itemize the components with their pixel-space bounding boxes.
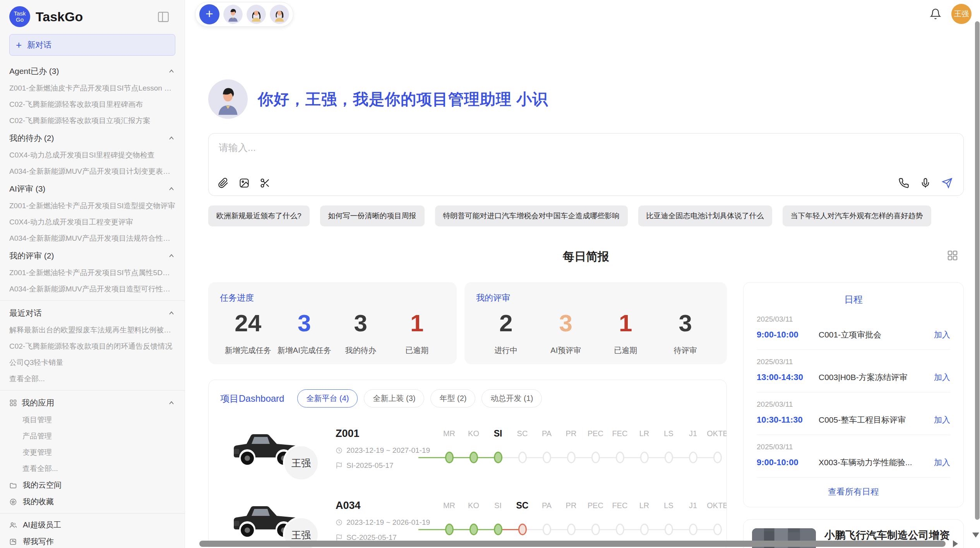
suggestion-chip[interactable]: 如何写一份清晰的项目周报 [320,206,425,226]
project-row-z001[interactable]: 王强 Z001 2023-12-19 ~ 2027-01-19 SI-2025-… [220,428,715,486]
new-chat-button[interactable]: + 新对话 [9,34,175,56]
metric: 3 新增AI完成任务 [276,309,333,356]
sidebar-task-item[interactable]: Z001-全新燃油轻卡产品开发项目SI节点属性5D文件评审 [9,265,175,281]
scroll-down-arrow[interactable] [972,533,979,538]
session-avatar-3[interactable] [270,5,289,24]
suggestion-chip[interactable]: 欧洲新规最近颁布了什么? [208,206,310,226]
apps-view-all[interactable]: 查看全部... [9,461,175,477]
recent-chat-item[interactable]: 公司Q3轻卡销量 [9,354,175,371]
attachment-icon[interactable] [218,178,229,188]
metric-label: 我的待办 [332,345,389,356]
notification-bell-icon[interactable] [930,8,941,20]
milestone-label: LR [639,500,649,511]
scroll-right-arrow[interactable] [953,540,958,547]
metric-value: 3 [536,309,596,337]
logo-text-bottom: Go [16,17,24,23]
metric-label: 已逾期 [596,345,656,356]
join-link[interactable]: 加入 [934,414,950,425]
view-all-schedule-link[interactable]: 查看所有日程 [757,486,950,498]
section-header-ai-review[interactable]: AI评审 (3) [9,180,175,198]
star-circle-icon [9,498,17,506]
sidebar-task-item[interactable]: A034-全新新能源MUV产品开发项目计划变更表编写 [9,163,175,180]
topbar-right: 王强 [930,4,971,24]
tab-new-platform[interactable]: 全新平台 (4) [297,389,358,408]
user-avatar[interactable]: 王强 [951,4,971,24]
event-time: 13:00-14:30 [757,372,819,382]
milestone-label: OKTB [707,428,727,439]
suggestion-chip[interactable]: 当下年轻人对汽车外观有怎样的喜好趋势 [783,206,931,226]
section-title: 我的评审 (2) [9,250,54,261]
sidebar-task-item[interactable]: C0X4-动力总成开发项目SI里程碑提交物检查 [9,147,175,163]
event-date: 2025/03/11 [757,443,950,451]
chevron-up-icon [168,399,175,407]
chevron-up-icon [168,134,175,142]
schedule-event: 2025/03/11 9:00-10:00 C001-立项审批会 加入 [757,307,950,350]
section-header-my-apps[interactable]: 我的应用 [9,394,175,412]
sidebar-task-item[interactable]: Z001-全新燃油轻卡产品开发项目SI造型提交物评审 [9,198,175,214]
metric-value: 3 [656,309,716,337]
recent-chat-item[interactable]: C02-飞腾新能源轻客改款项目的闭环通告反馈情况 [9,338,175,354]
app-item-product-mgmt[interactable]: 产品管理 [9,428,175,444]
event-time: 10:30-11:30 [757,415,819,425]
scissors-icon[interactable] [260,178,271,188]
layout-grid-icon[interactable] [947,250,958,261]
recent-view-all[interactable]: 查看全部... [9,371,175,387]
sidebar-task-item[interactable]: Z001-全新燃油皮卡产品开发项目SI节点Lesson Learn报告 [9,80,175,96]
recent-chat-item[interactable]: 解释最新出台的欧盟报废车法规再生塑料比例被调至15%... [9,322,175,338]
join-link[interactable]: 加入 [934,372,950,383]
section-header-my-review[interactable]: 我的评审 (2) [9,247,175,265]
sidebar-task-item[interactable]: A034-全新新能源MUV产品开发项目法规符合性评审 [9,230,175,247]
app-item-change-mgmt[interactable]: 变更管理 [9,444,175,461]
event-name: C005-整车工程目标评审 [819,414,929,425]
image-icon[interactable] [239,178,250,188]
sidebar-task-item[interactable]: A034-全新新能源MUV产品开发项目造型可行性评审 [9,281,175,297]
milestone-dot [567,524,576,535]
tab-model-year[interactable]: 年型 (2) [430,389,475,408]
tab-powertrain[interactable]: 动总开发 (1) [481,389,542,408]
milestone-label: J1 [689,428,697,439]
sidebar-item-cloud-space[interactable]: 我的云空间 [9,477,175,493]
app-item-project-mgmt[interactable]: 项目管理 [9,412,175,428]
send-icon[interactable] [942,178,953,188]
sidebar-item-favorites[interactable]: 我的收藏 [9,493,175,510]
project-flag: SI-2025-05-17 [346,461,393,470]
vertical-scrollbar-thumb[interactable] [975,21,980,520]
section-header-recent-chats[interactable]: 最近对话 [9,304,175,322]
milestone-label: PR [566,428,577,439]
section-header-my-todo[interactable]: 我的待办 (2) [9,129,175,147]
milestone-dot [713,452,722,463]
owner-badge: 王强 [283,445,319,481]
sidebar-item-ai-employee[interactable]: AI超级员工 [9,517,175,533]
chat-input[interactable] [219,142,953,153]
users-icon [9,521,17,529]
sidebar-task-item[interactable]: C0X4-动力总成开发项目工程变更评审 [9,214,175,230]
phone-icon[interactable] [898,178,909,188]
sidebar-task-item[interactable]: C02-飞腾新能源轻客改款项目立项汇报方案 [9,113,175,129]
milestone-label: PR [566,500,577,511]
sidebar-task-item[interactable]: C02-飞腾新能源轻客改款项目里程碑画布 [9,96,175,113]
milestone-dot [494,452,502,463]
sidebar-collapse-icon[interactable] [157,10,170,23]
milestone-dot [689,524,697,535]
milestone-dot [469,452,478,463]
suggestion-chip[interactable]: 比亚迪全固态电池计划具体说了什么 [638,206,772,226]
microphone-icon[interactable] [920,178,931,188]
edit-icon [9,538,17,546]
session-avatar-1[interactable] [223,5,243,24]
session-avatar-2[interactable] [247,5,266,24]
join-link[interactable]: 加入 [934,457,950,468]
join-link[interactable]: 加入 [934,329,950,340]
tab-new-body[interactable]: 全新上装 (3) [364,389,424,408]
section-header-agent-done[interactable]: Agent已办 (3) [9,62,175,80]
sidebar-item-help-write[interactable]: 帮我写作 [9,533,175,548]
suggestion-chip[interactable]: 特朗普可能对进口汽车增税会对中国车企造成哪些影响 [435,206,628,226]
clock-icon [336,447,343,454]
composer[interactable] [208,133,964,196]
schedule-card: 日程 2025/03/11 9:00-10:00 C001-立项审批会 加入 2… [743,282,964,507]
horizontal-scrollbar-thumb[interactable] [199,541,946,547]
my-review-card: 我的评审 2 进行中 3 AI预评审 1 [464,282,727,364]
new-session-button[interactable]: + [199,4,219,24]
metric: 2 进行中 [476,309,536,356]
section-title: 最近对话 [9,308,42,319]
main-area: + 王强 你好，王强，我是你的项目管理助理 小识 [185,0,980,548]
